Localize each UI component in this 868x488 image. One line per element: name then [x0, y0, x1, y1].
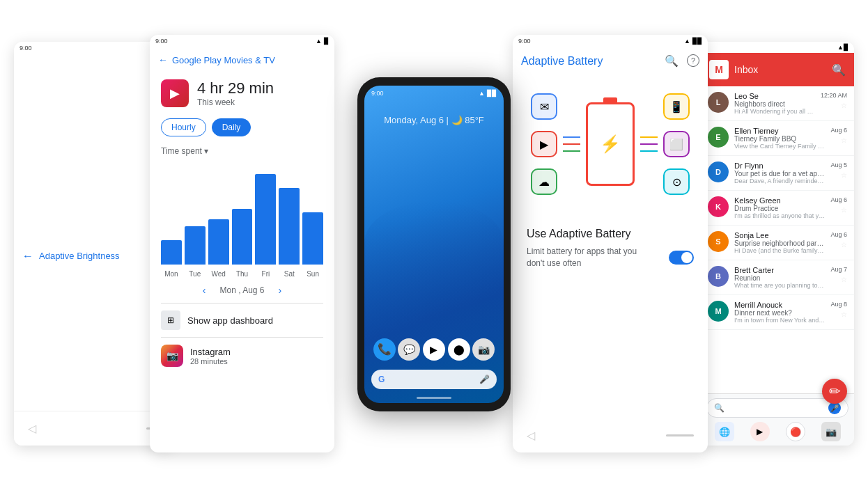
phone-status-bar: 9:00 ▲ ▉▉: [364, 86, 504, 101]
gmail-dock-icon-4[interactable]: 📷: [821, 422, 841, 441]
gmail-dock-icon-3[interactable]: 🔴: [786, 422, 805, 441]
movies-back-button[interactable]: ←: [158, 54, 168, 65]
gmail-node: ✉: [531, 93, 557, 120]
movies-period: This week: [197, 97, 274, 107]
chart-bar-wed: [208, 219, 229, 265]
battery-header-icons: 🔍 ?: [665, 54, 699, 68]
label-mon: Mon: [161, 270, 182, 278]
movies-battery-icon: ▉: [324, 38, 329, 45]
gmail-header: M Inbox 🔍: [701, 53, 854, 86]
gmail-search-button[interactable]: 🔍: [832, 63, 846, 77]
show-dashboard-item[interactable]: ⊞ Show app dashboard: [150, 304, 334, 337]
weather-icon: 🌙: [451, 115, 463, 125]
search-icon-bottom: 🔍: [714, 403, 724, 413]
prev-date-button[interactable]: ‹: [203, 285, 206, 296]
wave-decoration: [364, 201, 504, 340]
battery-nav-bar: ◁: [513, 418, 708, 452]
email-item-6[interactable]: M Merrill Anouck Dinner next week? I'm i…: [701, 295, 854, 330]
email-meta-0: 12:20 AM ☆: [821, 92, 847, 109]
email-meta-6: Aug 8 ☆: [830, 301, 847, 318]
weather-separator: |: [447, 115, 451, 125]
phone-screen: 9:00 ▲ ▉▉ Monday, Aug 6 | 🌙 85°F: [364, 86, 504, 403]
label-sun: Sun: [302, 270, 323, 278]
email-item-0[interactable]: L Leo Se Neighbors direct Hi All Wonderi…: [701, 86, 854, 121]
chart-bar-sat: [279, 188, 300, 265]
email-subject-4: Surprise neighborhood party for Chris!: [734, 239, 825, 247]
phone-notch: [413, 77, 455, 83]
email-item-1[interactable]: E Ellen Tierney Tierney Family BBQ View …: [701, 121, 854, 156]
email-item-4[interactable]: S Sonja Lee Surprise neighborhood party …: [701, 226, 854, 260]
phone-nav-bar: [364, 397, 504, 399]
dashboard-icon: ⊞: [161, 310, 180, 330]
battery-search-icon[interactable]: 🔍: [665, 54, 679, 68]
email-star-4[interactable]: ☆: [841, 241, 847, 249]
phone-dock: 📞 💬 ▶ ⬤ 📷: [368, 334, 500, 365]
time-spent-label[interactable]: Time spent ▾: [150, 139, 334, 159]
label-tue: Tue: [185, 270, 206, 278]
tab-daily[interactable]: Daily: [212, 118, 251, 136]
avatar-3: K: [708, 196, 729, 217]
battery-home-indicator: [666, 434, 694, 436]
email-time-6: Aug 8: [830, 301, 847, 308]
email-subject-6: Dinner next week?: [734, 309, 825, 317]
email-item-5[interactable]: B Brett Carter Reunion What time are you…: [701, 260, 854, 295]
email-item-2[interactable]: D Dr Flynn Your pet is due for a vet app…: [701, 156, 854, 191]
left-connectors: [557, 136, 586, 152]
phone-icon[interactable]: 📞: [373, 338, 396, 361]
avatar-6: M: [708, 301, 729, 322]
chart-bar-thu: [232, 209, 253, 265]
battery-wifi-icon: ▲: [684, 38, 690, 45]
back-button[interactable]: ←: [22, 250, 33, 262]
avatar-0: L: [708, 92, 729, 113]
gmail-dock-icons: 🌐 ▶ 🔴 📷: [706, 422, 848, 441]
battery-help-icon[interactable]: ?: [687, 54, 699, 67]
square-node: ⬜: [663, 131, 690, 157]
email-star-2[interactable]: ☆: [841, 171, 847, 179]
email-content-0: Leo Se Neighbors direct Hi All Wondering…: [734, 92, 815, 115]
phone-search-bar[interactable]: G 🎤: [371, 370, 497, 389]
battery-diagram: ✉ ▶ ☁ ⚡: [513, 74, 708, 214]
email-star-3[interactable]: ☆: [841, 206, 847, 214]
tab-hourly[interactable]: Hourly: [161, 118, 206, 136]
battery-nav-back: ◁: [527, 429, 535, 442]
label-thu: Thu: [232, 270, 253, 278]
gmail-dock-icon-2[interactable]: ▶: [750, 422, 770, 441]
email-star-5[interactable]: ☆: [841, 276, 847, 283]
messages-icon[interactable]: 💬: [398, 338, 420, 361]
brightness-time: 9:00: [20, 45, 32, 52]
phone-node: 📱: [663, 93, 690, 120]
mic-icon[interactable]: 🎤: [479, 375, 490, 384]
chart-bar-tue: [185, 226, 206, 265]
label-fri: Fri: [255, 270, 276, 278]
phone-wifi-icon: ▲: [479, 90, 485, 97]
adaptive-battery-toggle[interactable]: [669, 251, 694, 265]
next-date-button[interactable]: ›: [279, 285, 282, 296]
email-star-1[interactable]: ☆: [841, 136, 847, 144]
chart-bar-fri: [255, 174, 276, 265]
toggle-thumb: [681, 252, 692, 263]
phone-date-label: Monday, Aug 6 | 🌙 85°F: [371, 115, 497, 125]
email-preview-4: Hi Dave (and the Burke family), I'm thro…: [734, 247, 825, 254]
instagram-usage-item: 📷 Instagram 28 minutes: [150, 338, 334, 374]
battery-toggle-row: Limit battery for apps that you don't us…: [527, 246, 694, 269]
email-star-6[interactable]: ☆: [841, 310, 847, 318]
email-subject-5: Reunion: [734, 274, 825, 282]
camera-icon[interactable]: 📷: [472, 338, 495, 361]
play-store-icon[interactable]: ▶: [423, 338, 445, 361]
compose-button[interactable]: ✏: [822, 379, 847, 404]
chart-bar-sun: [302, 212, 323, 265]
chrome-icon[interactable]: ⬤: [448, 338, 470, 361]
email-time-3: Aug 6: [830, 196, 847, 203]
email-preview-5: What time are you planning to head out f…: [734, 282, 825, 289]
email-preview-2: Dear Dave, A friendly reminder for your …: [734, 178, 825, 184]
left-app-icons: ✉ ▶ ☁: [531, 93, 557, 195]
gmail-dock-icon-1[interactable]: 🌐: [715, 422, 734, 441]
movies-stats: 4 hr 29 min This week: [197, 79, 274, 107]
battery-card: 9:00 ▲ ▉▉ Adaptive Battery 🔍 ? ✉ ▶: [513, 35, 708, 452]
connector-4: [640, 136, 658, 138]
email-item-3[interactable]: K Kelsey Green Drum Practice I'm as thri…: [701, 191, 854, 226]
email-star-0[interactable]: ☆: [841, 102, 847, 109]
battery-header: Adaptive Battery 🔍 ?: [513, 47, 708, 74]
label-sat: Sat: [279, 270, 300, 278]
battery-time: 9:00: [518, 38, 531, 45]
